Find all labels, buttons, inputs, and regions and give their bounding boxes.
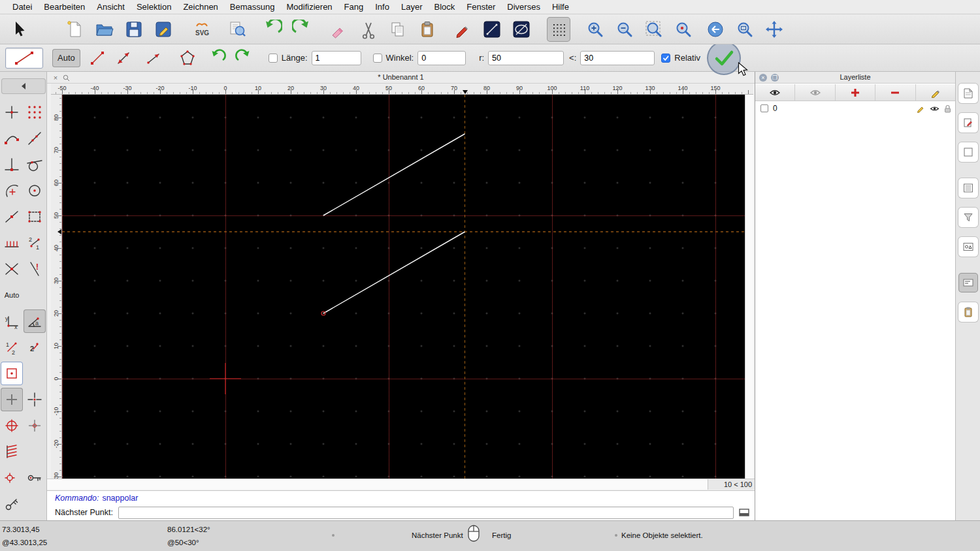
layer-row[interactable]: 0 — [755, 102, 955, 115]
show-all-layers-button[interactable] — [755, 84, 795, 101]
zoom-selection-button[interactable] — [672, 17, 695, 42]
length-checkbox[interactable] — [269, 54, 278, 63]
snap-distance-xy-button[interactable]: 21 — [24, 231, 46, 255]
line-tool-button[interactable] — [480, 17, 504, 42]
lock-relative-zero-2-button[interactable] — [1, 492, 23, 516]
add-layer-button[interactable] — [836, 84, 875, 101]
snap-on-entity-button[interactable] — [24, 127, 46, 150]
menu-item[interactable]: Hilfe — [546, 0, 575, 14]
angle-checkbox[interactable] — [373, 54, 382, 63]
hide-all-layers-button[interactable] — [795, 84, 835, 101]
menu-item[interactable]: Modifizieren — [281, 0, 338, 14]
save-file-as-button[interactable] — [152, 17, 175, 42]
snap-grid-button[interactable] — [24, 101, 46, 124]
undo-segment-button[interactable] — [232, 48, 255, 69]
snap-circle-center-button[interactable] — [24, 179, 46, 202]
delete-eraser-button[interactable] — [327, 17, 351, 42]
relative-checkbox[interactable] — [661, 54, 670, 63]
paste-button[interactable] — [416, 17, 439, 42]
line-mode-angle-button[interactable] — [112, 48, 135, 69]
menu-item[interactable]: Zeichnen — [177, 0, 223, 14]
library-browser-toggle[interactable] — [958, 237, 978, 257]
property-editor-toggle[interactable] — [958, 84, 978, 103]
layer-visibility-toggle[interactable] — [930, 105, 939, 112]
snap-intersection-manual-button[interactable]: ! — [24, 257, 46, 281]
snap-free-button[interactable] — [1, 101, 23, 124]
menu-item[interactable]: Bearbeiten — [38, 0, 91, 14]
confirm-button[interactable] — [712, 47, 736, 69]
line-mode-arrow-button[interactable] — [142, 48, 165, 69]
zoom-out-button[interactable] — [613, 17, 636, 42]
back-button[interactable] — [1, 78, 46, 94]
lock-relative-zero-1-button[interactable] — [24, 466, 46, 490]
snap-auto-button[interactable]: Auto — [1, 283, 23, 307]
selection-filter-toggle[interactable] — [958, 208, 978, 227]
pan-button[interactable] — [762, 17, 786, 42]
menu-item[interactable]: Selektion — [131, 0, 177, 14]
snap-center-plus-button[interactable] — [1, 414, 23, 437]
menu-item[interactable]: Info — [369, 0, 395, 14]
polar-angle-input[interactable] — [580, 51, 655, 65]
menu-item[interactable]: Block — [428, 0, 461, 14]
polar-snap-settings-button[interactable] — [1, 362, 23, 385]
save-file-button[interactable] — [122, 17, 146, 42]
drawing-canvas[interactable] — [62, 95, 745, 479]
remove-layer-button[interactable] — [875, 84, 915, 101]
menu-item[interactable]: Ansicht — [91, 0, 131, 14]
menu-item[interactable]: Bemassung — [224, 0, 281, 14]
auto-zoom-button[interactable] — [642, 17, 666, 42]
layer-list-toggle[interactable] — [958, 113, 978, 133]
angle-input[interactable] — [417, 51, 466, 65]
selection-pointer-button[interactable] — [8, 17, 31, 42]
menu-item[interactable]: Datei — [7, 0, 38, 14]
snap-distance-button[interactable] — [1, 231, 23, 255]
length-input[interactable] — [312, 51, 361, 65]
snap-endpoints-button[interactable] — [1, 127, 23, 150]
snap-intersection-button[interactable] — [1, 257, 23, 281]
snap-middle-button[interactable] — [1, 205, 23, 228]
property-pen-button[interactable] — [451, 17, 474, 42]
menu-item[interactable]: Fenster — [461, 0, 501, 14]
ellipse-tool-button[interactable] — [510, 17, 533, 42]
open-file-button[interactable] — [93, 17, 116, 42]
polygon-mode-button[interactable] — [176, 48, 199, 69]
coordinate-cartesian-button[interactable]: yx — [1, 309, 23, 333]
snap-crosshair-button[interactable] — [24, 388, 46, 411]
clipboard-panel-toggle[interactable] — [958, 302, 978, 322]
layer-lock-toggle[interactable] — [944, 104, 951, 113]
command-line-toggle[interactable] — [958, 273, 978, 292]
previous-view-button[interactable] — [704, 17, 727, 42]
command-input[interactable] — [118, 507, 734, 519]
coordinate-polar-button[interactable]: a — [24, 309, 46, 333]
horizontal-scrollbar[interactable] — [47, 479, 708, 490]
command-widget-toggle-button[interactable] — [738, 507, 751, 518]
snap-marker-button[interactable] — [1, 466, 23, 490]
close-shape-button[interactable] — [206, 48, 229, 69]
copy-button[interactable] — [386, 17, 410, 42]
pattern-comb-button[interactable] — [1, 440, 23, 464]
menu-item[interactable]: Layer — [395, 0, 429, 14]
snap-crosshair-2-button[interactable] — [24, 414, 46, 437]
snap-reference-button[interactable] — [24, 205, 46, 228]
grid-toggle-button[interactable] — [547, 17, 570, 42]
redo-button[interactable] — [290, 17, 314, 42]
zoom-window-button[interactable] — [733, 17, 757, 42]
layer-color-swatch[interactable] — [760, 104, 768, 112]
options-auto-button[interactable]: Auto — [52, 49, 80, 67]
undo-button[interactable] — [261, 17, 284, 42]
layer-edit-button[interactable] — [917, 104, 925, 113]
menu-item[interactable]: Diverses — [501, 0, 546, 14]
snap-perpendicular-button[interactable] — [1, 153, 23, 176]
line-mode-single-button[interactable] — [86, 48, 109, 69]
cut-button[interactable] — [357, 17, 380, 42]
radius-input[interactable] — [488, 51, 564, 65]
new-file-button[interactable] — [63, 17, 87, 42]
svg-export-button[interactable]: SVG — [190, 17, 214, 42]
coordinate-relative-button[interactable]: 12 — [1, 336, 23, 359]
snap-tangential-button[interactable] — [24, 153, 46, 176]
menu-item[interactable]: Fang — [338, 0, 370, 14]
coordinate-absolute-button[interactable]: 2 — [24, 336, 46, 359]
zoom-in-button[interactable] — [583, 17, 607, 42]
set-relative-zero-button[interactable] — [1, 388, 23, 411]
view-list-toggle[interactable] — [958, 178, 978, 198]
